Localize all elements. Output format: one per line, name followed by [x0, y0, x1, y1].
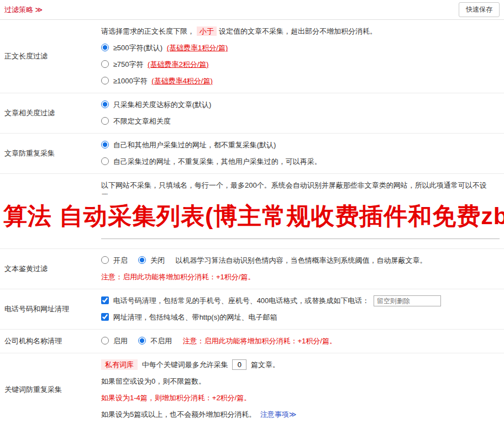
top-bar: 过滤策略 ≫ 快速保存 [0, 0, 504, 20]
company-clean-options: 启用 不启用 注意：启用此功能将增加积分消耗：+1积分/篇。 [101, 333, 500, 349]
phone-replace-input[interactable] [374, 295, 441, 306]
porn-filter-off-radio[interactable] [138, 256, 146, 264]
relevance-option-any-label: 不限定文章相关度 [113, 117, 171, 125]
length-filter-intro-highlight: 小于 [197, 26, 217, 36]
length-option-1000-radio[interactable] [101, 77, 109, 84]
row-content-dedup-filter: 自己和其他用户采集过的网址，都不重复采集(默认) 自己采集过的网址，不重复采集，… [97, 134, 504, 173]
keyword-count-input[interactable] [232, 359, 246, 370]
length-option-750-label: ≥750字符 [113, 60, 144, 68]
dedup-option-self: 自己采集过的网址，不重复采集，其他用户采集过的，可以再采。 [101, 153, 500, 170]
company-clean-off-label: 不启用 [150, 337, 172, 345]
url-clean-label: 网址清理，包括纯域名、带http(s)的网址、电子邮箱 [113, 313, 277, 321]
dedup-option-global-label: 自己和其他用户采集过的网址，都不重复采集(默认) [113, 141, 276, 149]
row-label-porn-filter: 文本鉴黄过滤 [0, 249, 97, 289]
dedup-option-self-radio[interactable] [101, 157, 109, 165]
porn-filter-on-radio[interactable] [101, 256, 109, 264]
quick-save-button[interactable]: 快速保存 [459, 2, 500, 17]
row-content-porn-filter: 开启 关闭 以机器学习算法自动识别色情内容，当色情概率达到系统阈值，自动屏蔽文章… [97, 249, 504, 289]
length-option-750-radio[interactable] [101, 60, 109, 68]
length-option-500: ≥500字符(默认) (基础费率1积分/篇) [101, 40, 500, 56]
row-label-phone-url-clean: 电话号码和网址清理 [0, 289, 97, 329]
keyword-dedup-line4: 如果设为5篇或以上，也不会额外增加积分消耗。 注意事项≫ [101, 406, 500, 423]
row-content-company-clean: 启用 不启用 注意：启用此功能将增加积分消耗：+1积分/篇。 [97, 330, 504, 353]
relevance-option-strict-radio[interactable] [101, 100, 109, 108]
length-filter-intro-post: 设定值的文章不采集，超出部分不增加积分消耗。 [219, 27, 377, 35]
row-content-relevance-filter: 只采集相关度达标的文章(默认) 不限定文章相关度 [97, 93, 504, 133]
relevance-option-strict-label: 只采集相关度达标的文章(默认) [113, 100, 212, 109]
row-porn-filter: 文本鉴黄过滤 开启 关闭 以机器学习算法自动识别色情内容，当色情概率达到系统阈值… [0, 249, 504, 289]
porn-filter-on-label: 开启 [113, 256, 128, 264]
keyword-dedup-line3: 如果设为1-4篇，则增加积分消耗：+2积分/篇。 [101, 390, 500, 406]
dedup-option-global-radio[interactable] [101, 141, 109, 149]
length-option-1000-note: (基础费率4积分/篇) [151, 77, 213, 85]
length-filter-intro: 请选择需求的正文长度下限，小于设定值的文章不采集，超出部分不增加积分消耗。 [101, 23, 500, 40]
private-lexicon-tag: 私有词库 [101, 359, 138, 370]
url-clean-option: 网址清理，包括纯域名、带http(s)的网址、电子邮箱 [101, 309, 500, 326]
keyword-dedup-line1-mid: 中每个关键词最多允许采集 [142, 361, 228, 369]
keyword-dedup-line4-text: 如果设为5篇或以上，也不会额外增加积分消耗。 [101, 410, 256, 418]
keyword-dedup-line2: 如果留空或设为0，则不限篇数。 [101, 373, 500, 390]
relevance-option-any: 不限定文章相关度 [101, 113, 500, 130]
row-label-company-clean: 公司机构名称清理 [0, 330, 97, 353]
row-label-keyword-dedup: 关键词防重复采集 [0, 353, 97, 424]
phone-clean-checkbox[interactable] [101, 296, 109, 304]
length-option-1000-label: ≥1000字符 [113, 77, 148, 85]
row-content-length-filter: 请选择需求的正文长度下限，小于设定值的文章不采集，超出部分不增加积分消耗。 ≥5… [97, 20, 504, 93]
row-keyword-dedup: 关键词防重复采集 私有词库 中每个关键词最多允许采集 篇文章。 如果留空或设为0… [0, 353, 504, 424]
row-length-filter: 正文长度过滤 请选择需求的正文长度下限，小于设定值的文章不采集，超出部分不增加积… [0, 20, 504, 93]
relevance-option-strict: 只采集相关度达标的文章(默认) [101, 97, 500, 113]
company-clean-note: 注意：启用此功能将增加积分消耗：+1积分/篇。 [183, 337, 337, 345]
length-option-500-label: ≥500字符(默认) [113, 44, 162, 52]
keyword-dedup-line1-end: 篇文章。 [251, 361, 280, 369]
porn-filter-note: 注意：启用此功能将增加积分消耗：+1积分/篇。 [101, 269, 500, 285]
company-clean-on-label: 启用 [113, 337, 128, 345]
phone-clean-label: 电话号码清理，包括常见的手机号、座机号、400电话格式，或替换成如下电话： [113, 296, 370, 305]
row-dedup-filter: 文章防重复采集 自己和其他用户采集过的网址，都不重复采集(默认) 自己采集过的网… [0, 134, 504, 174]
row-label-relevance-filter: 文章相关度过滤 [0, 93, 97, 133]
length-option-500-radio[interactable] [101, 44, 109, 51]
length-option-750: ≥750字符 (基础费率2积分/篇) [101, 56, 500, 73]
porn-filter-off-label: 关闭 [150, 256, 165, 264]
dedup-option-global: 自己和其他用户采集过的网址，都不重复采集(默认) [101, 137, 500, 153]
keyword-dedup-line1: 私有词库 中每个关键词最多允许采集 篇文章。 [101, 357, 500, 373]
url-clean-checkbox[interactable] [101, 313, 109, 321]
watermark-banner: 算法 自动采集列表(博主常规收费插件和免费zb [0, 194, 504, 239]
length-option-500-note: (基础费率1积分/篇) [167, 44, 228, 52]
row-relevance-filter: 文章相关度过滤 只采集相关度达标的文章(默认) 不限定文章相关度 [0, 93, 504, 134]
porn-filter-description: 以机器学习算法自动识别色情内容，当色情概率达到系统阈值，自动屏蔽文章。 [176, 256, 427, 264]
row-company-clean: 公司机构名称清理 启用 不启用 注意：启用此功能将增加积分消耗：+1积分/篇。 [0, 330, 504, 353]
watermark-banner-text: 算法 自动采集列表(博主常规收费插件和免费zb [0, 200, 504, 232]
relevance-option-any-radio[interactable] [101, 117, 109, 125]
row-phone-url-clean: 电话号码和网址清理 电话号码清理，包括常见的手机号、座机号、400电话格式，或替… [0, 289, 504, 330]
dedup-option-self-label: 自己采集过的网址，不重复采集，其他用户采集过的，可以再采。 [113, 157, 322, 166]
row-content-phone-url-clean: 电话号码清理，包括常见的手机号、座机号、400电话格式，或替换成如下电话： 网址… [97, 289, 504, 329]
page-title[interactable]: 过滤策略 ≫ [4, 5, 43, 15]
porn-filter-options: 开启 关闭 以机器学习算法自动识别色情内容，当色情概率达到系统阈值，自动屏蔽文章… [101, 252, 500, 269]
company-clean-off-radio[interactable] [138, 337, 146, 344]
notes-link[interactable]: 注意事项≫ [260, 410, 297, 418]
phone-clean-option: 电话号码清理，包括常见的手机号、座机号、400电话格式，或替换成如下电话： [101, 293, 500, 309]
row-label-length-filter: 正文长度过滤 [0, 20, 97, 93]
length-option-750-note: (基础费率2积分/篇) [148, 60, 209, 68]
length-option-1000: ≥1000字符 (基础费率4积分/篇) [101, 73, 500, 89]
company-clean-on-radio[interactable] [101, 337, 109, 344]
length-filter-intro-pre: 请选择需求的正文长度下限， [101, 27, 195, 35]
row-label-dedup-filter: 文章防重复采集 [0, 134, 97, 173]
row-content-keyword-dedup: 私有词库 中每个关键词最多允许采集 篇文章。 如果留空或设为0，则不限篇数。 如… [97, 353, 504, 424]
